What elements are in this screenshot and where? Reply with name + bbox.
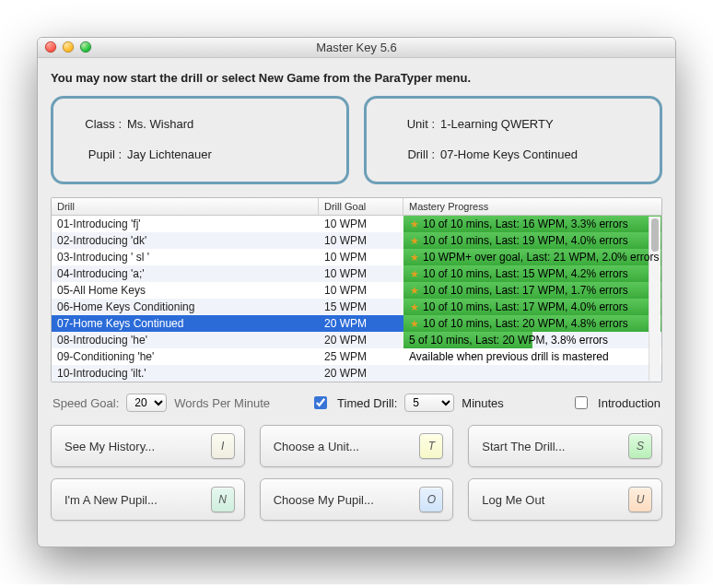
keycap-i: I <box>211 433 235 459</box>
drill-goal: 15 WPM <box>319 299 403 315</box>
star-icon: ★ <box>409 299 420 315</box>
star-icon: ★ <box>409 232 420 249</box>
table-body: 01-Introducing 'fj'10 WPM★10 of 10 mins,… <box>52 216 661 382</box>
drill-goal: 10 WPM <box>319 282 403 299</box>
class-value: Ms. Wishard <box>127 117 193 131</box>
new-pupil-button[interactable]: I'm A New Pupil... N <box>51 478 245 521</box>
drill-value: 07-Home Keys Continued <box>440 147 578 161</box>
unit-panel: Unit : 1-Learning QWERTY Drill : 07-Home… <box>364 96 662 184</box>
drill-goal: 10 WPM <box>319 232 403 249</box>
timed-minutes-select[interactable]: 5 <box>404 394 454 412</box>
drill-progress: ★10 of 10 mins, Last: 17 WPM, 1.7% error… <box>403 282 661 299</box>
introduction-checkbox[interactable] <box>575 396 588 409</box>
star-icon: ★ <box>409 282 420 299</box>
choose-unit-button[interactable]: Choose a Unit... T <box>260 425 454 467</box>
drill-progress <box>403 365 661 382</box>
header-progress[interactable]: Mastery Progress <box>403 198 661 215</box>
drill-name: 08-Introducing 'he' <box>52 332 319 348</box>
table-row[interactable]: 08-Introducing 'he'20 WPM5 of 10 mins, L… <box>52 332 661 348</box>
star-icon: ★ <box>409 265 420 282</box>
pupil-label: Pupil : <box>70 147 122 161</box>
drill-name: 04-Introducing 'a;' <box>52 265 319 282</box>
header-goal[interactable]: Drill Goal <box>319 198 403 215</box>
table-row[interactable]: 09-Conditioning 'he'25 WPMAvailable when… <box>52 348 661 365</box>
drill-label: Drill : <box>383 147 435 161</box>
button-row-1: See My History... I Choose a Unit... T S… <box>51 425 662 467</box>
controls-row: Speed Goal: 20 Words Per Minute Timed Dr… <box>51 394 662 412</box>
app-window: Master Key 5.6 You may now start the dri… <box>37 37 676 547</box>
zoom-icon[interactable] <box>80 41 91 53</box>
star-icon: ★ <box>409 249 420 265</box>
pupil-value: Jay Lichtenauer <box>127 147 212 161</box>
table-row[interactable]: 02-Introducing 'dk'10 WPM★10 of 10 mins,… <box>52 232 661 249</box>
minutes-label: Minutes <box>462 396 504 410</box>
drill-name: 07-Home Keys Continued <box>52 315 319 332</box>
drill-progress: ★10 of 10 mins, Last: 20 WPM, 4.8% error… <box>403 315 661 332</box>
drill-goal: 20 WPM <box>319 315 403 332</box>
drill-goal: 20 WPM <box>319 365 403 382</box>
content: You may now start the drill or select Ne… <box>38 58 675 547</box>
unit-value: 1-Learning QWERTY <box>440 117 554 131</box>
info-panels: Class : Ms. Wishard Pupil : Jay Lichtena… <box>51 96 662 184</box>
drill-progress: ★10 of 10 mins, Last: 15 WPM, 4.2% error… <box>403 265 661 282</box>
drill-goal: 20 WPM <box>319 332 403 348</box>
close-icon[interactable] <box>45 41 56 53</box>
window-title: Master Key 5.6 <box>316 41 396 54</box>
keycap-o: O <box>419 487 443 512</box>
speed-unit-label: Words Per Minute <box>174 396 270 410</box>
table-row[interactable]: 03-Introducing ' sl '10 WPM★10 WPM+ over… <box>52 249 661 265</box>
drill-progress: 5 of 10 mins, Last: 20 WPM, 3.8% errors <box>403 332 661 348</box>
table-row[interactable]: 10-Introducing 'ilt.'20 WPM <box>52 365 661 382</box>
logout-button[interactable]: Log Me Out U <box>468 478 662 521</box>
drill-name: 03-Introducing ' sl ' <box>52 249 319 265</box>
drill-progress: ★10 WPM+ over goal, Last: 21 WPM, 2.0% e… <box>403 249 661 265</box>
keycap-n: N <box>211 487 235 512</box>
drill-table: Drill Drill Goal Mastery Progress 01-Int… <box>51 197 662 382</box>
table-row[interactable]: 01-Introducing 'fj'10 WPM★10 of 10 mins,… <box>52 216 661 232</box>
drill-goal: 25 WPM <box>319 348 403 365</box>
table-row[interactable]: 07-Home Keys Continued20 WPM★10 of 10 mi… <box>52 315 661 332</box>
drill-name: 09-Conditioning 'he' <box>52 348 319 365</box>
unit-label: Unit : <box>383 117 435 131</box>
drill-goal: 10 WPM <box>319 265 403 282</box>
drill-goal: 10 WPM <box>319 216 403 232</box>
drill-name: 01-Introducing 'fj' <box>52 216 319 232</box>
drill-progress: ★10 of 10 mins, Last: 17 WPM, 4.0% error… <box>403 299 661 315</box>
drill-name: 05-All Home Keys <box>52 282 319 299</box>
star-icon: ★ <box>409 315 420 332</box>
drill-name: 10-Introducing 'ilt.' <box>52 365 319 382</box>
see-history-button[interactable]: See My History... I <box>51 425 245 467</box>
drill-progress: Available when previous drill is mastere… <box>403 348 661 365</box>
start-drill-button[interactable]: Start The Drill... S <box>468 425 662 467</box>
drill-goal: 10 WPM <box>319 249 403 265</box>
table-row[interactable]: 06-Home Keys Conditioning15 WPM★10 of 10… <box>52 299 661 315</box>
minimize-icon[interactable] <box>63 41 74 53</box>
class-label: Class : <box>70 117 122 131</box>
table-row[interactable]: 04-Introducing 'a;'10 WPM★10 of 10 mins,… <box>52 265 661 282</box>
speed-goal-label: Speed Goal: <box>53 396 119 410</box>
button-row-2: I'm A New Pupil... N Choose My Pupil... … <box>51 478 662 521</box>
table-row[interactable]: 05-All Home Keys10 WPM★10 of 10 mins, La… <box>52 282 661 299</box>
header-drill[interactable]: Drill <box>52 198 319 215</box>
window-controls <box>45 41 91 53</box>
drill-name: 06-Home Keys Conditioning <box>52 299 319 315</box>
timed-drill-checkbox[interactable] <box>314 396 327 409</box>
instruction-text: You may now start the drill or select Ne… <box>51 71 662 85</box>
drill-name: 02-Introducing 'dk' <box>52 232 319 249</box>
choose-pupil-button[interactable]: Choose My Pupil... O <box>260 478 454 521</box>
class-panel: Class : Ms. Wishard Pupil : Jay Lichtena… <box>51 96 349 184</box>
introduction-label: Introduction <box>598 396 660 410</box>
timed-drill-label: Timed Drill: <box>337 396 397 410</box>
titlebar[interactable]: Master Key 5.6 <box>38 38 675 58</box>
table-header: Drill Drill Goal Mastery Progress <box>52 198 661 216</box>
keycap-u: U <box>628 487 652 512</box>
keycap-t: T <box>419 433 443 459</box>
speed-goal-select[interactable]: 20 <box>126 394 167 412</box>
drill-progress: ★10 of 10 mins, Last: 19 WPM, 4.0% error… <box>403 232 661 249</box>
keycap-s: S <box>628 433 652 459</box>
star-icon: ★ <box>409 216 420 232</box>
drill-progress: ★10 of 10 mins, Last: 16 WPM, 3.3% error… <box>403 216 661 232</box>
